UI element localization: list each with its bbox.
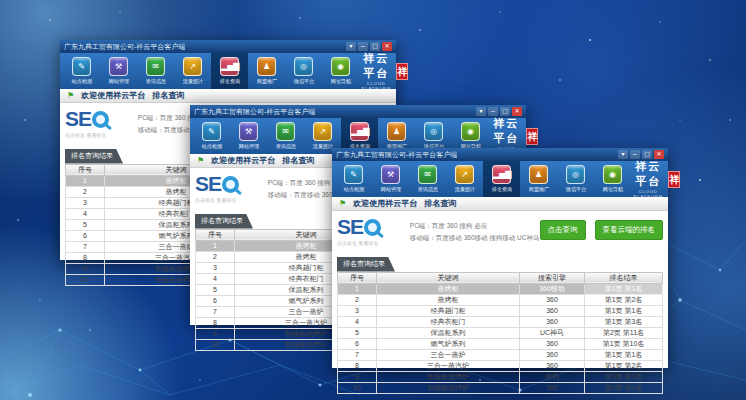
skin-button[interactable]: ▾	[346, 42, 356, 51]
row-engine: 搜狗	[520, 371, 585, 382]
toolbar-item-label: 商盟推广	[256, 77, 276, 85]
skin-button[interactable]: ▾	[618, 150, 628, 159]
query-button[interactable]: 点击查询	[540, 220, 586, 240]
brand-block: 祥云平台 CLOUD PLATFORM 祥	[359, 53, 410, 89]
tab-rank-results[interactable]: 排名查询结果	[195, 214, 253, 229]
maximize-button[interactable]: ▢	[370, 42, 380, 51]
content-header: SE 点击排名 查看排名 PC端：百度 360 搜狗 必应 移动端：百度移动 3…	[337, 215, 663, 252]
table-row[interactable]: 6燃气炉系列360第1页 第10名	[338, 338, 663, 349]
toolbar-item-rank-query[interactable]: ▂▅▇排名查询	[211, 53, 248, 89]
action-buttons: 点击查询 查看云端的排名	[540, 220, 664, 252]
toolbar-item-alliance-promo[interactable]: ♟商盟推广	[520, 161, 557, 197]
desktop-background: 广东九典工贸有限公司-祥云平台客户端 ▾ ─ ▢ ✕ ✎站点检测⚒网站管理✉资讯…	[0, 0, 746, 400]
welcome-banner: ⚑ 欢迎使用祥云平台 排名查询	[60, 89, 396, 103]
page-title: 排名查询	[282, 155, 314, 166]
toolbar-item-site-manage[interactable]: ⚒网站管理	[100, 53, 137, 89]
wechat-platform-icon: ◎	[566, 165, 585, 184]
main-toolbar: ✎站点检测⚒网站管理✉资讯信息↗流量统计▂▅▇排名查询♟商盟推广◎微信平台◉网址…	[60, 53, 396, 89]
table-row[interactable]: 2蒸烤柜360第1页 第2名	[338, 294, 663, 305]
toolbar-item-site-check[interactable]: ✎站点检测	[63, 53, 100, 89]
row-no: 8	[66, 252, 105, 263]
table-row[interactable]: 8三合一蒸汽炉360第1页 第2名	[338, 360, 663, 371]
view-cloud-rank-button[interactable]: 查看云端的排名	[595, 220, 664, 240]
toolbar-item-label: 排名查询	[491, 185, 511, 193]
close-button[interactable]: ✕	[382, 42, 392, 51]
toolbar-item-site-manage[interactable]: ⚒网站管理	[230, 118, 267, 154]
maximize-button[interactable]: ▢	[500, 107, 510, 116]
row-no: 1	[338, 283, 377, 294]
toolbar-item-site-manage[interactable]: ⚒网站管理	[372, 161, 409, 197]
news-info-icon: ✉	[418, 165, 437, 184]
app-window-front[interactable]: 广东九典工贸有限公司-祥云平台客户端 ▾ ─ ▢ ✕ ✎站点检测⚒网站管理✉资讯…	[332, 148, 668, 368]
table-row[interactable]: 3经典趟门柜360第1页 第1名	[338, 305, 663, 316]
row-rank: 第1页 第3名	[585, 316, 663, 327]
toolbar-item-alliance-promo[interactable]: ♟商盟推广	[248, 53, 285, 89]
minimize-button[interactable]: ─	[630, 150, 640, 159]
minimize-button[interactable]: ─	[488, 107, 498, 116]
news-info-icon: ✉	[146, 57, 165, 76]
row-no: 10	[66, 274, 105, 285]
toolbar-item-wechat-platform[interactable]: ◎微信平台	[285, 53, 322, 89]
toolbar-item-label: 站点检测	[71, 77, 91, 85]
toolbar-items: ✎站点检测⚒网站管理✉资讯信息↗流量统计▂▅▇排名查询♟商盟推广◎微信平台◉网址…	[63, 53, 359, 89]
toolbar-item-traffic-stats[interactable]: ↗流量统计	[174, 53, 211, 89]
row-no: 4	[66, 208, 105, 219]
row-no: 7	[66, 241, 105, 252]
toolbar-item-rank-query[interactable]: ▂▅▇排名查询	[483, 161, 520, 197]
row-keyword: 三合一蒸汽炉	[377, 360, 520, 371]
welcome-text: 欢迎使用祥云平台	[211, 155, 275, 166]
row-no: 3	[66, 197, 105, 208]
toolbar-item-wechat-platform[interactable]: ◎微信平台	[557, 161, 594, 197]
toolbar-item-label: 网站管理	[238, 142, 258, 150]
seo-logo: SE 点击排名 查看排名	[337, 215, 406, 252]
close-button[interactable]: ✕	[512, 107, 522, 116]
minimize-button[interactable]: ─	[358, 42, 368, 51]
traffic-stats-icon: ↗	[313, 122, 332, 141]
row-rank: 第1页 第1名	[585, 382, 663, 393]
row-no: 4	[196, 273, 235, 284]
flag-icon: ⚑	[67, 91, 74, 100]
toolbar-item-traffic-stats[interactable]: ↗流量统计	[446, 161, 483, 197]
magnifier-icon	[92, 111, 109, 128]
table-row[interactable]: 9智能板烧烤炉搜狗第1页 第1名	[338, 371, 663, 382]
toolbar-item-label: 网站管理	[380, 185, 400, 193]
table-row[interactable]: 1蒸烤柜360移动第1页 第1名	[338, 283, 663, 294]
row-keyword: 三合一蒸炉	[377, 349, 520, 360]
site-nav-icon: ◉	[461, 122, 480, 141]
toolbar-item-site-check[interactable]: ✎站点检测	[193, 118, 230, 154]
table-row[interactable]: 7三合一蒸炉360第1页 第1名	[338, 349, 663, 360]
row-engine: UC神马	[520, 327, 585, 338]
site-check-icon: ✎	[344, 165, 363, 184]
table-header-row: 序号关键词搜索引擎排名结果	[338, 272, 663, 283]
row-keyword: 蒸烤柜	[377, 283, 520, 294]
toolbar-item-news-info[interactable]: ✉资讯信息	[267, 118, 304, 154]
close-button[interactable]: ✕	[654, 150, 664, 159]
table-row[interactable]: 4经典衣柜门360第1页 第3名	[338, 316, 663, 327]
title-bar[interactable]: 广东九典工贸有限公司-祥云平台客户端 ▾ ─ ▢ ✕	[60, 40, 396, 53]
row-no: 1	[66, 175, 105, 186]
skin-button[interactable]: ▾	[476, 107, 486, 116]
toolbar-item-news-info[interactable]: ✉资讯信息	[409, 161, 446, 197]
site-nav-icon: ◉	[331, 57, 350, 76]
row-no: 2	[66, 186, 105, 197]
row-no: 10	[338, 382, 377, 393]
title-bar[interactable]: 广东九典工贸有限公司-祥云平台客户端 ▾ ─ ▢ ✕	[332, 148, 668, 161]
toolbar-item-news-info[interactable]: ✉资讯信息	[137, 53, 174, 89]
window-controls: ▾ ─ ▢ ✕	[346, 42, 392, 51]
tab-rank-results[interactable]: 排名查询结果	[337, 257, 395, 272]
row-no: 7	[338, 349, 377, 360]
rank-query-icon: ▂▅▇	[220, 57, 239, 76]
title-bar[interactable]: 广东九典工贸有限公司-祥云平台客户端 ▾ ─ ▢ ✕	[190, 105, 526, 118]
maximize-button[interactable]: ▢	[642, 150, 652, 159]
content-area: SE 点击排名 查看排名 PC端：百度 360 搜狗 必应 移动端：百度移动 3…	[332, 211, 668, 368]
traffic-stats-icon: ↗	[183, 57, 202, 76]
tab-rank-results[interactable]: 排名查询结果	[65, 149, 123, 164]
magnifier-icon	[222, 176, 239, 193]
table-row[interactable]: 10智能板烧烤炉360第1页 第1名	[338, 382, 663, 393]
news-info-icon: ✉	[276, 122, 295, 141]
toolbar-item-site-nav[interactable]: ◉网址导航	[322, 53, 359, 89]
toolbar-item-site-nav[interactable]: ◉网址导航	[594, 161, 631, 197]
column-header: 排名结果	[585, 272, 663, 283]
table-row[interactable]: 5保温柜系列UC神马第2页 第11名	[338, 327, 663, 338]
toolbar-item-site-check[interactable]: ✎站点检测	[335, 161, 372, 197]
